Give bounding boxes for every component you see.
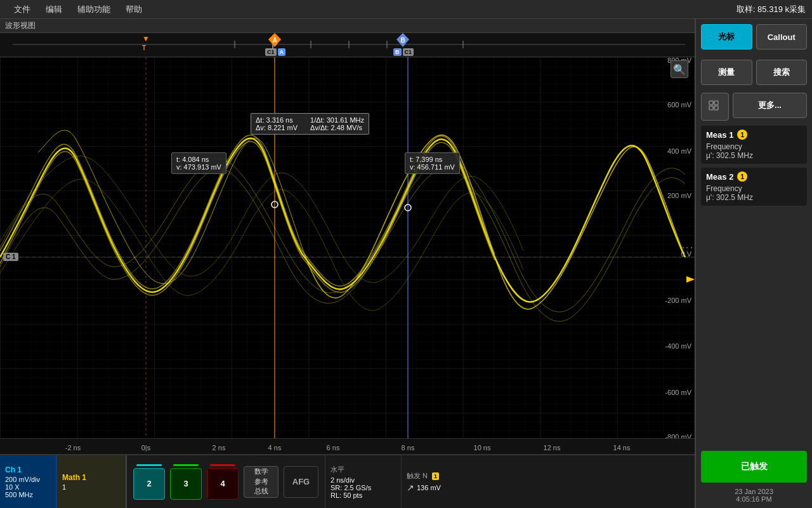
menu-edit[interactable]: 编辑 — [38, 0, 70, 18]
right-btn-row-2: 测量 搜索 — [696, 55, 812, 90]
cursor-a-top-marker: A — [268, 33, 281, 50]
cursor-a-tooltip: t: 4.084 ns v: 473.913 mV — [171, 152, 226, 174]
svg-text:8 ns: 8 ns — [402, 444, 415, 451]
meas2-title: Meas 2 — [706, 172, 733, 182]
meas2-type: Frequency — [706, 184, 802, 193]
cursor-delta-tooltip: Δt: 3.316 ns Δv: 8.221 mV 1/Δt: 301.61 M… — [251, 113, 369, 135]
math1-info: Math 1 1 — [57, 455, 127, 508]
ch2-button[interactable]: 2 — [133, 464, 165, 500]
magnifier-btn[interactable]: 🔍 — [671, 60, 688, 78]
cursor-b-labels: B C1 — [393, 48, 414, 56]
horiz-title: 水平 — [331, 465, 396, 474]
menu-bar: 文件 编辑 辅助功能 帮助 取样: 85.319 k采集 — [0, 0, 812, 19]
ch3-btn-label[interactable]: 3 — [170, 468, 202, 500]
time: 4:05:16 PM — [701, 495, 807, 503]
y-label-n400mv: -400 mV — [665, 342, 691, 350]
svg-text:0|s: 0|s — [141, 444, 151, 451]
ch1-label: Ch 1 — [5, 465, 51, 474]
callout-btn[interactable]: Callout — [756, 24, 808, 50]
horizontal-info: 水平 2 ns/div SR: 2.5 GS/s RL: 50 pts — [325, 455, 401, 508]
pattern-btn[interactable] — [701, 93, 729, 121]
svg-rect-32 — [714, 101, 718, 105]
waveform-title: 波形视图 — [5, 20, 36, 31]
cursor-b-voltage: v: 456.711 mV — [410, 163, 455, 171]
y-label-400mv: 400 mV — [667, 147, 691, 155]
cursor-b-time: t: 7.399 ns — [410, 156, 455, 163]
menu-file[interactable]: 文件 — [6, 0, 38, 18]
meas1-type: Frequency — [706, 142, 802, 151]
cursor-b-tooltip: t: 7.399 ns v: 456.711 mV — [405, 152, 460, 174]
panel-handle[interactable]: ⋮ — [681, 242, 695, 253]
channel-buttons: 2 3 4 数学 参考 总线 AFG — [127, 455, 325, 508]
meas2-badge: 1 — [737, 171, 747, 182]
meas1-header: Meas 1 1 — [706, 130, 802, 140]
trigger-t-marker: ▼T — [142, 34, 150, 52]
horiz-sr: SR: 2.5 GS/s — [331, 484, 396, 491]
bottom-bar: Ch 1 200 mV/div 10 X 500 MHz Math 1 1 2 … — [0, 454, 695, 508]
cursor-dt: Δt: 3.316 ns — [256, 116, 298, 124]
menu-help[interactable]: 帮助 — [118, 0, 150, 18]
svg-rect-34 — [714, 106, 718, 110]
svg-rect-33 — [709, 106, 713, 110]
y-label-200mv: 200 mV — [667, 192, 691, 199]
cursor-a-labels: C1 A — [265, 48, 285, 56]
svg-text:4 ns: 4 ns — [268, 444, 282, 451]
menu-aux[interactable]: 辅助功能 — [70, 0, 118, 18]
y-label-n800mv: -800 mV — [665, 433, 691, 438]
waveform-header: 波形视图 — [0, 19, 695, 33]
right-btn-row-3: 更多... — [696, 90, 812, 126]
axis-bar: -2 ns 0|s 2 ns 4 ns 6 ns 8 ns 10 ns 12 n… — [0, 438, 695, 454]
ch4-button[interactable]: 4 — [207, 464, 239, 500]
meas1-section: Meas 1 1 Frequency μ': 302.5 MHz — [701, 126, 807, 164]
cursor-b-top-marker: B — [396, 33, 409, 50]
ch1-freq: 500 MHz — [5, 491, 51, 498]
ch1-div: 200 mV/div — [5, 476, 51, 483]
svg-text:-2 ns: -2 ns — [65, 444, 81, 451]
math1-value: 1 — [62, 483, 121, 491]
svg-text:10 ns: 10 ns — [474, 444, 491, 451]
search-btn[interactable]: 搜索 — [756, 60, 808, 85]
triggered-button[interactable]: 已触发 — [701, 451, 807, 483]
meas1-value: μ': 302.5 MHz — [706, 151, 802, 160]
main-layout: 波形视图 ▼T A C1 — [0, 19, 812, 508]
meas2-header: Meas 2 1 — [706, 171, 802, 182]
y-label-n200mv: -200 mV — [665, 297, 691, 304]
meas2-section: Meas 2 1 Frequency μ': 302.5 MHz — [701, 168, 807, 206]
y-label-600mv: 600 mV — [667, 101, 691, 109]
trig-value: 136 mV — [417, 484, 441, 491]
cursor-a-time: t: 4.084 ns — [176, 156, 221, 163]
ch1-coupling: 10 X — [5, 483, 51, 491]
ch2-btn-label[interactable]: 2 — [133, 468, 165, 500]
meas-btn[interactable]: 测量 — [701, 60, 752, 85]
svg-text:2 ns: 2 ns — [213, 444, 226, 451]
svg-text:B: B — [400, 37, 405, 44]
scope-area: 波形视图 ▼T A C1 — [0, 19, 695, 508]
horiz-div: 2 ns/div — [331, 476, 396, 484]
ch1-info: Ch 1 200 mV/div 10 X 500 MHz — [0, 455, 57, 508]
trig-title: 触发 N 1 — [407, 471, 478, 481]
horiz-rl: RL: 50 pts — [331, 491, 396, 499]
more-btn[interactable]: 更多... — [733, 93, 807, 118]
svg-text:A: A — [272, 37, 277, 44]
svg-rect-31 — [709, 101, 713, 105]
waveform-canvas: 800 mV 600 mV 400 mV 200 mV 0 V -200 mV … — [0, 57, 695, 438]
date: 23 Jan 2023 — [701, 488, 807, 495]
trigger-area: ▼T A C1 A B B C1 — [0, 33, 695, 57]
cursor-dv-dt: Δv/Δt: 2.48 MV/s — [310, 124, 364, 131]
ch3-button[interactable]: 3 — [170, 464, 202, 500]
sample-rate: 取样: 85.319 k采集 — [737, 4, 806, 15]
trigger-info: 触发 N 1 ↗ 136 mV — [401, 455, 483, 508]
svg-text:12 ns: 12 ns — [544, 444, 561, 451]
meas1-badge: 1 — [737, 130, 747, 140]
trig-icon: ↗ — [407, 483, 414, 493]
ch4-btn-label[interactable]: 4 — [207, 468, 239, 500]
cursor-btn[interactable]: 光标 — [701, 24, 752, 50]
bottom-right: 已触发 23 Jan 2023 4:05:16 PM — [696, 446, 812, 508]
math-ref-button[interactable]: 数学 参考 总线 — [244, 466, 278, 498]
right-panel: 光标 Callout 测量 搜索 更多... — [695, 19, 812, 508]
cursor-a-voltage: v: 473.913 mV — [176, 163, 221, 171]
afg-button[interactable]: AFG — [284, 466, 318, 498]
cursor-inv-dt: 1/Δt: 301.61 MHz — [310, 116, 364, 124]
c1-ground-label: C 1 — [3, 253, 18, 261]
cursor-dv: Δv: 8.221 mV — [256, 124, 298, 131]
